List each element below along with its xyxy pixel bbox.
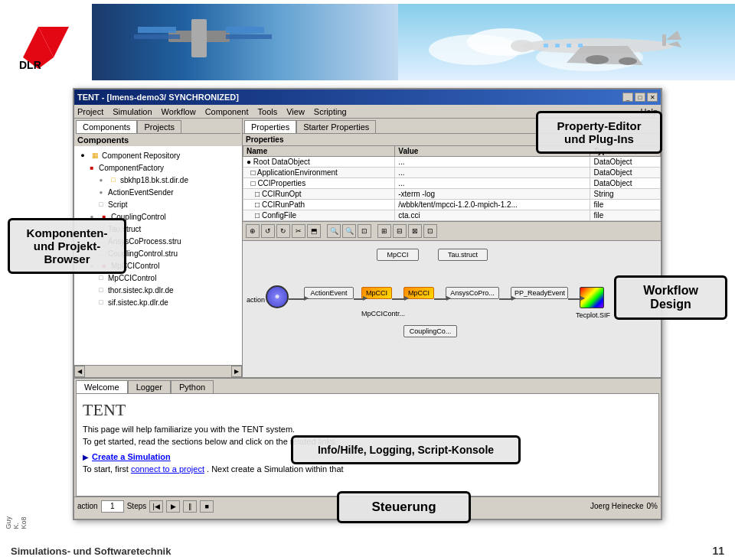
toolbar-btn-4[interactable]: ✂ xyxy=(292,224,305,238)
svg-text:DLR: DLR xyxy=(19,59,41,71)
toolbar-btn-1[interactable]: ⊕ xyxy=(246,224,260,238)
svg-point-19 xyxy=(586,55,609,64)
panel-tabs: Components Projects xyxy=(74,119,242,133)
workflow-node-coupling[interactable]: CouplingCo... xyxy=(403,325,457,337)
cell-value: ... xyxy=(395,157,590,168)
table-row[interactable]: □ CCIRunOpt -xterm -log String xyxy=(243,189,661,200)
bullet-icon: ● xyxy=(77,150,88,161)
table-row[interactable]: □ CCIProperties ... DataObject xyxy=(243,178,661,189)
dlr-logo: DLR xyxy=(15,11,84,73)
svg-point-21 xyxy=(511,40,534,52)
status-user: Joerg Heinecke xyxy=(590,502,643,510)
file-icon: □ xyxy=(96,285,106,295)
tab-logger[interactable]: Logger xyxy=(128,380,171,393)
tree-label: sif.sistec.kp.dlr.de xyxy=(108,298,168,307)
tree-scroll: ◀ ▶ xyxy=(74,365,242,377)
tree-item[interactable]: □ thor.sistec.kp.dlr.de xyxy=(77,284,239,296)
tab-starter-properties[interactable]: Starter Properties xyxy=(296,120,376,133)
window-title: TENT - [lmens-demo3/ SYNCHRONIZED] xyxy=(77,93,239,102)
scroll-left[interactable]: ◀ xyxy=(74,366,85,377)
toolbar-btn-8[interactable]: ⊡ xyxy=(358,224,371,238)
workflow-node-actionevent[interactable]: ActionEvent xyxy=(304,287,354,299)
workflow-canvas: MpCCI Tau.struct action ⊕ ActionEvent Mp… xyxy=(243,241,661,377)
toolbar-btn-12[interactable]: ⊡ xyxy=(423,224,437,238)
maximize-button[interactable]: □ xyxy=(635,93,645,102)
connect-project-link[interactable]: connect to a project xyxy=(131,464,204,474)
properties-table: Name Value Type ● Root DataObject ... Da… xyxy=(243,145,661,221)
close-button[interactable]: ✕ xyxy=(647,93,658,102)
bullet-icon: ● xyxy=(96,187,106,197)
connector-4 xyxy=(434,298,446,300)
pause-button[interactable]: ‖ xyxy=(183,500,197,513)
tree-item[interactable]: ● ActionEventSender xyxy=(77,186,239,198)
svg-rect-22 xyxy=(662,34,666,46)
header-visual xyxy=(92,4,735,80)
annotation-property: Property-Editorund Plug-Ins xyxy=(536,111,662,154)
file-icon: □ xyxy=(96,199,106,210)
tree-item[interactable]: ● ▦ Component Repository xyxy=(77,149,239,161)
svg-rect-9 xyxy=(226,27,264,33)
tree-item[interactable]: ● □ sbkhp18.bk.st.dir.de xyxy=(77,174,239,186)
table-row[interactable]: □ CCIRunPath /wbbk/tent/mpcci-1.2.0-mpic… xyxy=(243,200,661,210)
stop-button[interactable]: ■ xyxy=(200,500,214,513)
toolbar-btn-11[interactable]: ⊠ xyxy=(408,224,422,238)
menu-view[interactable]: View xyxy=(286,107,305,116)
tab-projects[interactable]: Projects xyxy=(137,120,181,133)
menu-workflow[interactable]: Workflow xyxy=(162,107,196,116)
play-button[interactable]: ▶ xyxy=(166,500,180,513)
tree-item[interactable]: □ sif.sistec.kp.dlr.de xyxy=(77,296,239,308)
menu-simulation[interactable]: Simulation xyxy=(113,107,152,116)
toolbar-btn-9[interactable]: ⊞ xyxy=(377,224,391,238)
menu-tools[interactable]: Tools xyxy=(258,107,278,116)
workflow-label-tecplot: Tecplot.SIF xyxy=(576,311,610,319)
bottom-tabs: Welcome Logger Python xyxy=(74,379,661,393)
tab-properties[interactable]: Properties xyxy=(244,120,296,133)
cell-name: □ CCIRunPath xyxy=(243,200,395,210)
tab-python[interactable]: Python xyxy=(171,380,214,393)
tree-label: ComponentFactory xyxy=(99,164,164,172)
toolbar-btn-6[interactable]: 🔍 xyxy=(327,224,341,238)
footer-main: Simulations- und Softwaretechnik 11 xyxy=(0,545,735,557)
skip-back-button[interactable]: |◀ xyxy=(149,500,163,513)
table-row[interactable]: ● Root DataObject ... DataObject xyxy=(243,157,661,168)
right-panel: Properties Starter Properties Properties… xyxy=(243,119,661,377)
connector-5 xyxy=(499,298,511,300)
workflow-node-ansys[interactable]: AnsysCoPro... xyxy=(446,287,499,299)
workflow-node-mpcci1[interactable]: MpCCI xyxy=(377,249,419,261)
menu-scripting[interactable]: Scripting xyxy=(314,107,347,116)
cell-type: DataObject xyxy=(590,168,661,178)
table-row[interactable]: □ ConfigFile cta.cci file xyxy=(243,210,661,221)
cell-name: □ CCIProperties xyxy=(243,178,395,189)
toolbar-btn-2[interactable]: ↺ xyxy=(261,224,275,238)
annotation-komponenten: Komponenten-und Projekt-Browser xyxy=(8,218,126,274)
tree-label: ActionEventSender xyxy=(108,188,174,197)
connector-2 xyxy=(354,298,363,300)
workflow-node-tau[interactable]: Tau.struct xyxy=(438,249,488,261)
scroll-right[interactable]: ▶ xyxy=(231,366,242,377)
table-row[interactable]: □ ApplicationEnvironment ... DataObject xyxy=(243,168,661,178)
menu-component[interactable]: Component xyxy=(205,107,249,116)
toolbar-btn-7[interactable]: 🔍 xyxy=(342,224,356,238)
footer-page-number: 11 xyxy=(712,545,724,557)
minimize-button[interactable]: _ xyxy=(622,93,633,102)
tab-components[interactable]: Components xyxy=(76,120,137,133)
workflow-node-ppready[interactable]: PP_ReadyEvent xyxy=(511,287,568,299)
tree-item[interactable]: □ Script xyxy=(77,198,239,210)
bottom-link-desc: To start, first connect to a project . N… xyxy=(83,464,652,474)
menu-project[interactable]: Project xyxy=(77,107,103,116)
tree-label: thor.sistec.kp.dlr.de xyxy=(108,286,174,295)
cell-type: DataObject xyxy=(590,178,661,189)
toolbar-btn-10[interactable]: ⊟ xyxy=(393,224,407,238)
folder-icon: □ xyxy=(108,174,119,185)
footer-center-text: Simulations- und Softwaretechnik xyxy=(11,545,171,557)
file-icon: □ xyxy=(96,297,106,308)
steps-input[interactable] xyxy=(101,500,124,513)
tree-label: Component Repository xyxy=(102,151,180,160)
workflow-node-action[interactable]: ⊕ xyxy=(266,285,289,308)
create-simulation-link[interactable]: Create a Simulation xyxy=(92,452,171,461)
toolbar-btn-3[interactable]: ↻ xyxy=(276,224,290,238)
action-label: action xyxy=(77,502,98,510)
toolbar-btn-5[interactable]: ⬒ xyxy=(307,224,321,238)
tree-item[interactable]: ■ ComponentFactory xyxy=(77,161,239,174)
tab-welcome[interactable]: Welcome xyxy=(76,380,128,393)
